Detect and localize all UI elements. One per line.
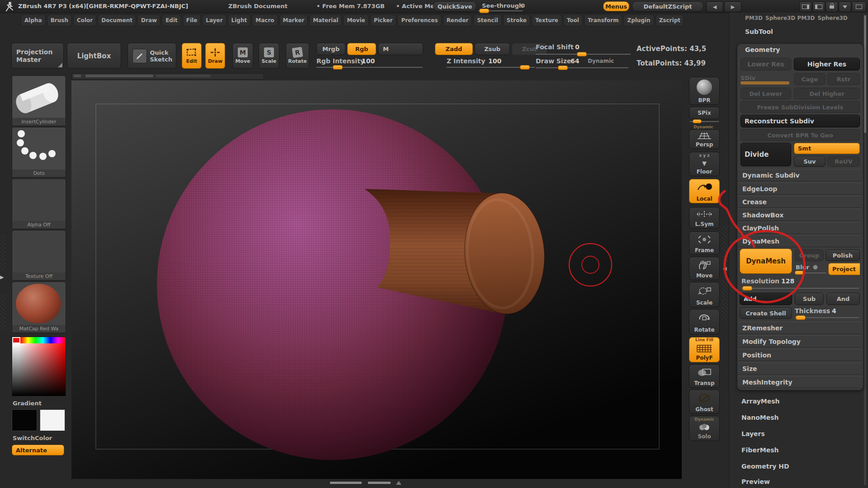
dock-scrollbar[interactable] — [864, 15, 866, 485]
menu-render[interactable]: Render — [443, 14, 472, 26]
menu-transform[interactable]: Transform — [584, 14, 622, 26]
rotate-mode-button[interactable]: R Rotate — [286, 43, 309, 69]
sub-button[interactable]: Sub — [795, 293, 824, 305]
menu-light[interactable]: Light — [228, 14, 251, 26]
resolution-thumb[interactable] — [742, 286, 752, 291]
zremesher-section[interactable]: ZRemesher — [738, 322, 862, 334]
rotate-nav-button[interactable]: Rotate — [689, 309, 720, 334]
menu-zscript[interactable]: Zscript — [656, 14, 684, 26]
geometry-hd-palette[interactable]: Geometry HD — [741, 463, 789, 470]
modify-topology-section[interactable]: Modify Topology — [738, 335, 862, 347]
switch-color-label[interactable]: SwitchColor — [13, 435, 52, 441]
dynamic-subdiv-section[interactable]: Dynamic Subdiv — [738, 169, 862, 181]
nanomesh-palette[interactable]: NanoMesh — [741, 414, 778, 421]
scale-mode-button[interactable]: S Scale — [259, 43, 279, 69]
current-stroke-tile[interactable]: Dots — [12, 127, 66, 178]
canvas-bottom-scrollbar[interactable] — [330, 481, 429, 485]
menu-file[interactable]: File — [183, 14, 201, 26]
preview-palette[interactable]: Preview — [741, 478, 770, 485]
del-lower-button[interactable]: Del Lower — [741, 88, 791, 99]
position-section[interactable]: Position — [738, 349, 862, 361]
sdiv-slider[interactable]: SDiv — [741, 73, 791, 86]
smt-button[interactable]: Smt — [794, 143, 860, 154]
minimize-icon[interactable] — [839, 1, 851, 12]
main-color-swatch[interactable] — [12, 409, 37, 431]
canvas-top-scrollbar[interactable] — [71, 73, 264, 80]
current-material-tile[interactable]: MatCap Red Wa — [12, 282, 66, 333]
claypolish-section[interactable]: ClayPolish — [738, 222, 862, 234]
subtool-list-item[interactable]: PM3D_Sphere3D PM3D_Sphere3D — [745, 13, 858, 21]
suv-button[interactable]: Suv — [794, 156, 826, 167]
current-alpha-tile[interactable]: Alpha Off — [12, 178, 66, 229]
dynamesh-section[interactable]: DynaMesh — [738, 235, 862, 247]
floor-button[interactable]: x y z ▼ Floor — [689, 152, 720, 176]
menus-toggle-button[interactable]: Menus — [603, 1, 629, 11]
zsub-button[interactable]: Zsub — [475, 43, 510, 55]
menu-preferences[interactable]: Preferences — [397, 14, 441, 26]
thickness-thumb[interactable] — [796, 315, 806, 320]
ghost-button[interactable]: Ghost — [689, 389, 720, 414]
mrgb-button[interactable]: Mrgb — [316, 43, 345, 55]
color-picker[interactable] — [12, 337, 66, 396]
size-section[interactable]: Size — [738, 362, 862, 375]
divide-button[interactable]: Divide — [741, 143, 791, 166]
menu-stroke[interactable]: Stroke — [503, 14, 530, 26]
menu-alpha[interactable]: Alpha — [21, 14, 46, 26]
menu-texture[interactable]: Texture — [532, 14, 562, 26]
cage-button[interactable]: Cage — [794, 73, 826, 85]
document-canvas[interactable] — [71, 80, 682, 479]
focal-shift-thumb[interactable] — [577, 52, 587, 56]
right-tray-divider[interactable] — [722, 226, 728, 264]
left-tray-divider2[interactable] — [0, 294, 5, 330]
zscript-button[interactable]: DefaultZScript — [632, 1, 703, 11]
value-bar[interactable] — [12, 343, 19, 396]
bpr-button[interactable]: BPR — [689, 77, 720, 105]
menu-picker[interactable]: Picker — [370, 14, 396, 26]
blur-thumb[interactable] — [795, 271, 804, 275]
reconstruct-subdiv-button[interactable]: Reconstruct Subdiv — [741, 115, 860, 127]
sv-square[interactable] — [19, 343, 66, 396]
dock-right-icon[interactable] — [812, 1, 825, 12]
current-brush-tile[interactable]: InsertCylinder — [12, 75, 66, 126]
current-texture-tile[interactable]: Texture Off — [12, 230, 66, 281]
secondary-color-swatch[interactable] — [40, 409, 65, 431]
menu-brush[interactable]: Brush — [47, 14, 72, 26]
reuv-button[interactable]: ReUV — [827, 156, 860, 167]
convert-bpr-button[interactable]: Convert BPR To Geo — [741, 129, 860, 141]
subtool-palette-header[interactable]: SubTool — [745, 28, 773, 35]
menu-zplugin[interactable]: Zplugin — [623, 14, 654, 26]
spix-thumb[interactable] — [693, 119, 702, 123]
shelf-scroll-left-button[interactable]: ◀ — [706, 1, 723, 12]
menu-color[interactable]: Color — [73, 14, 96, 26]
add-button[interactable]: Add — [740, 293, 792, 305]
arraymesh-palette[interactable]: ArrayMesh — [741, 398, 780, 405]
draw-size-slider[interactable] — [536, 67, 628, 68]
dock-left-icon[interactable] — [799, 1, 812, 12]
polyframe-button[interactable]: Line Fill PolyF — [689, 337, 720, 362]
quick-sketch-button[interactable]: Quick Sketch — [127, 43, 176, 69]
menu-macro[interactable]: Macro — [252, 14, 278, 26]
menu-document[interactable]: Document — [98, 14, 136, 26]
menu-movie[interactable]: Movie — [343, 14, 368, 26]
lightbox-button[interactable]: LightBox — [67, 43, 121, 69]
project-button-clip[interactable]: Project — [828, 263, 860, 275]
frame-button[interactable]: Frame — [689, 231, 720, 255]
zadd-button[interactable]: Zadd — [435, 43, 473, 55]
shelf-scroll-right-button[interactable]: ▶ — [724, 1, 741, 12]
rgb-button[interactable]: Rgb — [347, 43, 376, 55]
resolution-slider[interactable] — [741, 288, 859, 289]
solo-button[interactable]: Dynamic Solo — [689, 416, 720, 441]
menu-tool[interactable]: Tool — [563, 14, 583, 26]
projection-master-button[interactable]: Projection Master — [11, 43, 64, 69]
local-button[interactable]: Local — [689, 179, 720, 203]
m-button[interactable]: M — [378, 43, 423, 55]
rstr-button[interactable]: Rstr — [827, 73, 860, 85]
left-tray-expander[interactable]: ▶ — [0, 275, 4, 280]
crease-section[interactable]: Crease — [738, 196, 862, 208]
create-shell-button[interactable]: Create Shell — [740, 307, 792, 319]
edgeloop-section[interactable]: EdgeLoop — [738, 183, 862, 195]
blur-radio-icon[interactable] — [813, 265, 818, 270]
restore-icon[interactable] — [852, 1, 866, 12]
draw-mode-button[interactable]: Draw — [205, 43, 225, 69]
edit-mode-button[interactable]: Edit — [182, 43, 202, 69]
